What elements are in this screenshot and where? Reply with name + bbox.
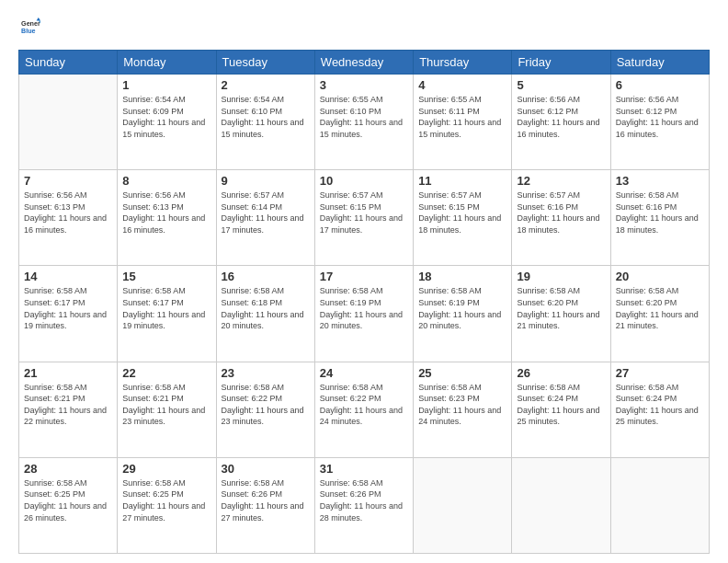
calendar-cell <box>414 457 512 553</box>
day-info: Sunrise: 6:57 AMSunset: 6:14 PMDaylight:… <box>222 190 310 236</box>
calendar-cell: 24Sunrise: 6:58 AMSunset: 6:22 PMDayligh… <box>314 362 413 457</box>
weekday-header: Thursday <box>414 51 512 75</box>
day-info: Sunrise: 6:56 AMSunset: 6:12 PMDaylight:… <box>616 94 704 140</box>
calendar-cell: 5Sunrise: 6:56 AMSunset: 6:12 PMDaylight… <box>512 75 610 170</box>
weekday-header: Friday <box>512 51 610 75</box>
calendar-cell <box>610 457 709 553</box>
calendar-cell: 11Sunrise: 6:57 AMSunset: 6:15 PMDayligh… <box>414 170 512 266</box>
day-number: 14 <box>24 270 112 283</box>
calendar-cell <box>19 75 118 170</box>
calendar-cell: 28Sunrise: 6:58 AMSunset: 6:25 PMDayligh… <box>19 457 118 553</box>
calendar-cell: 16Sunrise: 6:58 AMSunset: 6:18 PMDayligh… <box>216 266 314 362</box>
day-number: 26 <box>517 366 605 380</box>
day-number: 31 <box>320 462 408 476</box>
day-number: 22 <box>122 366 210 380</box>
calendar-cell: 9Sunrise: 6:57 AMSunset: 6:14 PMDaylight… <box>216 170 314 266</box>
day-number: 10 <box>320 174 408 188</box>
day-info: Sunrise: 6:58 AMSunset: 6:24 PMDaylight:… <box>517 382 605 428</box>
calendar-cell: 29Sunrise: 6:58 AMSunset: 6:25 PMDayligh… <box>118 457 216 553</box>
calendar-cell: 7Sunrise: 6:56 AMSunset: 6:13 PMDaylight… <box>19 170 118 266</box>
calendar-week-row: 7Sunrise: 6:56 AMSunset: 6:13 PMDaylight… <box>19 170 710 266</box>
calendar-cell: 2Sunrise: 6:54 AMSunset: 6:10 PMDaylight… <box>216 75 314 170</box>
day-number: 13 <box>616 174 704 188</box>
day-number: 1 <box>122 78 210 92</box>
calendar-week-row: 1Sunrise: 6:54 AMSunset: 6:09 PMDaylight… <box>19 75 710 170</box>
calendar-cell: 19Sunrise: 6:58 AMSunset: 6:20 PMDayligh… <box>512 266 610 362</box>
calendar-cell: 6Sunrise: 6:56 AMSunset: 6:12 PMDaylight… <box>610 75 709 170</box>
day-number: 30 <box>222 462 310 476</box>
calendar-cell: 15Sunrise: 6:58 AMSunset: 6:17 PMDayligh… <box>118 266 216 362</box>
calendar-cell: 20Sunrise: 6:58 AMSunset: 6:20 PMDayligh… <box>610 266 709 362</box>
day-info: Sunrise: 6:58 AMSunset: 6:20 PMDaylight:… <box>517 285 605 331</box>
day-info: Sunrise: 6:58 AMSunset: 6:26 PMDaylight:… <box>222 477 310 523</box>
calendar-cell: 26Sunrise: 6:58 AMSunset: 6:24 PMDayligh… <box>512 362 610 457</box>
day-number: 19 <box>517 270 605 283</box>
day-number: 27 <box>616 366 704 380</box>
day-info: Sunrise: 6:58 AMSunset: 6:19 PMDaylight:… <box>418 285 506 331</box>
logo: General Blue <box>18 17 40 40</box>
weekday-header: Saturday <box>610 51 709 75</box>
day-number: 4 <box>418 78 506 92</box>
calendar-week-row: 28Sunrise: 6:58 AMSunset: 6:25 PMDayligh… <box>19 457 710 553</box>
calendar-cell: 8Sunrise: 6:56 AMSunset: 6:13 PMDaylight… <box>118 170 216 266</box>
day-info: Sunrise: 6:54 AMSunset: 6:10 PMDaylight:… <box>222 94 310 140</box>
calendar-cell: 31Sunrise: 6:58 AMSunset: 6:26 PMDayligh… <box>314 457 413 553</box>
calendar-cell: 14Sunrise: 6:58 AMSunset: 6:17 PMDayligh… <box>19 266 118 362</box>
day-info: Sunrise: 6:58 AMSunset: 6:20 PMDaylight:… <box>616 285 704 331</box>
day-info: Sunrise: 6:58 AMSunset: 6:18 PMDaylight:… <box>222 285 310 331</box>
day-info: Sunrise: 6:58 AMSunset: 6:21 PMDaylight:… <box>24 382 112 428</box>
calendar-cell: 25Sunrise: 6:58 AMSunset: 6:23 PMDayligh… <box>414 362 512 457</box>
day-number: 9 <box>222 174 310 188</box>
calendar-cell: 23Sunrise: 6:58 AMSunset: 6:22 PMDayligh… <box>216 362 314 457</box>
logo-icon: General Blue <box>20 17 40 37</box>
day-info: Sunrise: 6:58 AMSunset: 6:23 PMDaylight:… <box>418 382 506 428</box>
day-info: Sunrise: 6:58 AMSunset: 6:25 PMDaylight:… <box>122 477 210 523</box>
day-info: Sunrise: 6:58 AMSunset: 6:22 PMDaylight:… <box>320 382 408 428</box>
day-number: 21 <box>24 366 112 380</box>
calendar-cell: 10Sunrise: 6:57 AMSunset: 6:15 PMDayligh… <box>314 170 413 266</box>
weekday-header-row: SundayMondayTuesdayWednesdayThursdayFrid… <box>19 51 710 75</box>
day-number: 3 <box>320 78 408 92</box>
weekday-header: Sunday <box>19 51 118 75</box>
day-number: 23 <box>222 366 310 380</box>
weekday-header: Tuesday <box>216 51 314 75</box>
day-info: Sunrise: 6:58 AMSunset: 6:21 PMDaylight:… <box>122 382 210 428</box>
header: General Blue <box>18 17 710 40</box>
day-number: 16 <box>222 270 310 283</box>
day-info: Sunrise: 6:57 AMSunset: 6:15 PMDaylight:… <box>418 190 506 236</box>
day-number: 5 <box>517 78 605 92</box>
day-info: Sunrise: 6:55 AMSunset: 6:10 PMDaylight:… <box>320 94 408 140</box>
day-number: 7 <box>24 174 112 188</box>
calendar-week-row: 21Sunrise: 6:58 AMSunset: 6:21 PMDayligh… <box>19 362 710 457</box>
calendar-table: SundayMondayTuesdayWednesdayThursdayFrid… <box>18 50 710 554</box>
day-number: 17 <box>320 270 408 283</box>
calendar-cell: 12Sunrise: 6:57 AMSunset: 6:16 PMDayligh… <box>512 170 610 266</box>
day-info: Sunrise: 6:58 AMSunset: 6:17 PMDaylight:… <box>24 285 112 331</box>
day-info: Sunrise: 6:58 AMSunset: 6:25 PMDaylight:… <box>24 477 112 523</box>
weekday-header: Monday <box>118 51 216 75</box>
calendar-cell: 30Sunrise: 6:58 AMSunset: 6:26 PMDayligh… <box>216 457 314 553</box>
calendar-cell <box>512 457 610 553</box>
calendar-cell: 22Sunrise: 6:58 AMSunset: 6:21 PMDayligh… <box>118 362 216 457</box>
day-info: Sunrise: 6:58 AMSunset: 6:22 PMDaylight:… <box>222 382 310 428</box>
weekday-header: Wednesday <box>314 51 413 75</box>
calendar-cell: 17Sunrise: 6:58 AMSunset: 6:19 PMDayligh… <box>314 266 413 362</box>
svg-text:General: General <box>21 20 40 28</box>
day-info: Sunrise: 6:54 AMSunset: 6:09 PMDaylight:… <box>122 94 210 140</box>
day-number: 11 <box>418 174 506 188</box>
day-number: 18 <box>418 270 506 283</box>
day-number: 20 <box>616 270 704 283</box>
day-info: Sunrise: 6:58 AMSunset: 6:19 PMDaylight:… <box>320 285 408 331</box>
calendar-cell: 1Sunrise: 6:54 AMSunset: 6:09 PMDaylight… <box>118 75 216 170</box>
day-number: 28 <box>24 462 112 476</box>
day-info: Sunrise: 6:56 AMSunset: 6:12 PMDaylight:… <box>517 94 605 140</box>
calendar-cell: 13Sunrise: 6:58 AMSunset: 6:16 PMDayligh… <box>610 170 709 266</box>
day-number: 29 <box>122 462 210 476</box>
svg-text:Blue: Blue <box>21 28 36 35</box>
calendar-cell: 21Sunrise: 6:58 AMSunset: 6:21 PMDayligh… <box>19 362 118 457</box>
calendar-cell: 4Sunrise: 6:55 AMSunset: 6:11 PMDaylight… <box>414 75 512 170</box>
day-number: 2 <box>222 78 310 92</box>
day-info: Sunrise: 6:58 AMSunset: 6:26 PMDaylight:… <box>320 477 408 523</box>
day-info: Sunrise: 6:58 AMSunset: 6:16 PMDaylight:… <box>616 190 704 236</box>
day-info: Sunrise: 6:56 AMSunset: 6:13 PMDaylight:… <box>122 190 210 236</box>
